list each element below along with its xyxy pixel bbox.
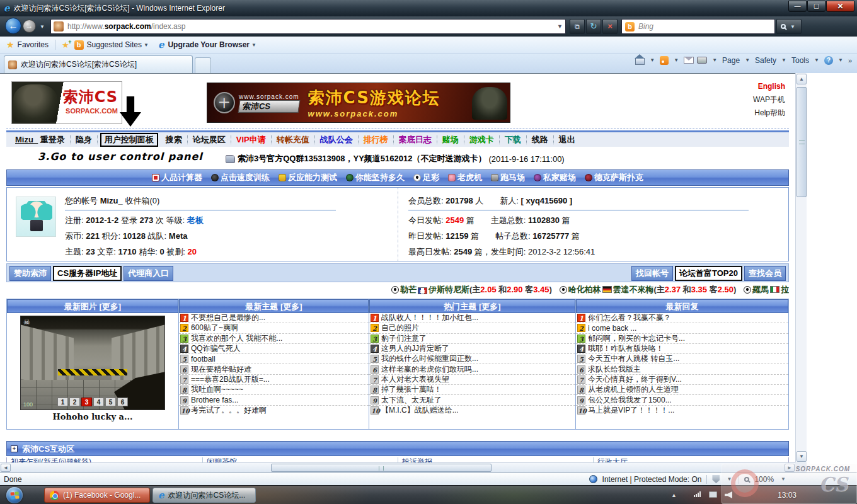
quick-link[interactable]: 你能坚持多久 [346,172,405,183]
toolbar-button[interactable]: 论坛首富TOP20 [675,266,742,281]
topic-list-item[interactable]: 郁闷啊，刚买的卡忘记卡号... [576,334,788,344]
topic-list-item[interactable]: 你们怎么看？我赢不赢？ [576,313,788,323]
pager-button[interactable]: 5 [105,398,116,406]
topic-list-item[interactable]: 哦耶！咋队有版块咯！ [576,344,788,354]
tray-expand-icon[interactable]: ▲ [671,492,677,498]
topic-list-item[interactable]: 【M.I.C】战队赠送给... [369,406,575,416]
quick-link[interactable]: 足彩 [413,172,439,183]
topic-list-item[interactable]: football [179,354,369,364]
safety-menu[interactable]: Safety [755,56,776,65]
column-header[interactable]: 最新主题 [更多] [179,299,369,313]
network-signal-icon[interactable] [694,491,701,497]
topic-list-item[interactable]: 我喜欢的那个人 我能不能... [179,334,369,344]
topic-list-item[interactable]: 本人对老大表视失望 [369,375,575,385]
nav-search[interactable]: 搜索 [161,135,188,144]
overflow-chevron-icon[interactable]: » [848,57,852,64]
help-icon[interactable]: ? [824,56,833,65]
protection-icon[interactable] [712,475,720,483]
pager-button[interactable]: 4 [93,398,104,406]
search-dropdown-icon[interactable]: ▼ [790,24,795,30]
address-dropdown-icon[interactable]: ▼ [557,23,563,30]
topic-list-item[interactable]: 包公又给我我发了1500... [576,395,788,405]
nav-forum-zone[interactable]: 论坛展区 [188,135,231,144]
rss-icon[interactable] [660,56,669,65]
pager-button[interactable]: 3 [81,398,92,406]
user-avatar[interactable] [16,197,56,237]
upgrade-dropdown[interactable]: ▼ [251,42,256,48]
inbox-link[interactable]: 收件箱(0) [125,196,159,205]
toolbar-button[interactable]: 代理商入口 [124,266,173,281]
horizontal-scrollbar[interactable]: ◄ ► [0,462,795,472]
scroll-down-button[interactable]: ▼ [797,451,807,462]
nav-vip[interactable]: VIP申请 [231,135,272,144]
topic-list-item[interactable]: 这男人的JJ肯定断了 [369,344,575,354]
compatibility-view-button[interactable]: ⧉ [570,19,585,34]
minimize-button[interactable]: — [788,1,807,12]
tools-menu[interactable]: Tools [791,56,809,65]
nav-casino[interactable]: 赌场 [437,135,464,144]
topic-list-item[interactable]: 战队收人！！！！加小红包... [369,313,575,323]
history-dropdown-icon[interactable]: ▼ [40,24,45,30]
nav-logs[interactable]: 案底日志 [394,135,437,144]
topic-list-item[interactable]: Brothere fas... [179,395,369,405]
home-icon[interactable] [635,58,645,65]
newest-member[interactable]: [ xyq415690 ] [521,196,573,205]
topic-list-item[interactable]: 豹子们注意了 [369,334,575,344]
back-button[interactable]: ← [5,18,21,34]
nav-gamecard[interactable]: 游戏卡 [464,135,500,144]
refresh-button[interactable]: ↻ [586,19,601,34]
start-button[interactable] [6,487,23,503]
board-link[interactable]: 行政大厅 [593,457,788,462]
stop-button[interactable]: × [602,19,618,34]
section-bar[interactable]: + 索沛CS互动区 [6,441,789,456]
horizontal-scroll-thumb[interactable] [271,464,492,472]
corner-link[interactable]: WAP手机 [753,93,785,106]
add-favorite-icon[interactable]: ★ [62,40,69,50]
search-button[interactable]: ▼ [776,19,802,34]
topic-list-item[interactable]: QQ诈骗气死人 [179,344,369,354]
upgrade-browser-label[interactable]: Upgrade Your Browser [168,40,250,49]
maximize-button[interactable]: ▢ [807,1,825,12]
site-logo[interactable]: 索沛CS SORPACK.COM [11,81,122,124]
suggested-sites-label[interactable]: Suggested Sites [87,40,142,49]
topic-list-item[interactable]: ===恭喜2B战队开版=... [179,375,369,385]
topic-list-item[interactable]: 自己的照片 [369,323,575,333]
announcement[interactable]: 索沛3号官方QQ群135313908，YY频道5162012（不定时送游戏卡） … [226,153,565,164]
quick-link[interactable]: 点击速度训练 [211,172,270,183]
address-bar[interactable]: http://www.sorpack.com/index.asp ▼ [50,19,566,34]
nav-download[interactable]: 下载 [500,135,527,144]
toolbar-button[interactable]: CS服务器IP地址 [53,266,122,281]
topic-list-item[interactable]: 太下流、太无耻了 [369,395,575,405]
pager-button[interactable]: 6 [117,398,128,406]
topic-list-item[interactable]: 从老虎机上领悟的人生道理 [576,385,788,395]
search-box[interactable]: b Bing [621,19,775,34]
network-icon[interactable] [709,491,717,498]
nav-lines[interactable]: 线路 [527,135,554,144]
nav-ranking[interactable]: 排行榜 [359,135,394,144]
pager-button[interactable]: 1 [57,398,68,406]
topic-list-item[interactable]: 600贴了~爽啊 [179,323,369,333]
topic-list-item[interactable]: 不要想自己是最惨的... [179,313,369,323]
favorites-star-icon[interactable]: ★ [6,40,14,50]
topic-list-item[interactable]: 考完试了。。。好难啊 [179,406,369,416]
volume-icon[interactable] [725,491,732,498]
topic-list-item[interactable]: 我吐血啊~~~~~ [179,385,369,395]
topic-list-item[interactable]: 今天心情真好，终于得到V... [576,375,788,385]
topic-list-item[interactable]: 马上就是VIP了！！！！... [576,406,788,416]
page-menu[interactable]: Page [722,56,740,65]
nav-invisible[interactable]: 隐身 [71,135,98,144]
taskbar-chrome-window[interactable]: (1) Facebook - Googl... [44,488,150,503]
zoom-dropdown[interactable]: ▼ [781,476,786,482]
topic-list-item[interactable]: 掉了幾張十萬咭！ [369,385,575,395]
column-header[interactable]: 热门主题 [更多] [369,299,575,313]
nav-logout[interactable]: 退出 [554,135,580,144]
zoom-level[interactable]: 100% [754,475,774,484]
topic-list-item[interactable]: 今天五中有人跳楼 转自玉... [576,354,788,364]
topic-list-item[interactable]: 这样老赢的老虎你们敢玩吗... [369,364,575,374]
topic-list-item[interactable]: i come back ... [576,323,788,333]
nav-user-control-panel[interactable]: 用户控制面板 [100,133,158,147]
cs-screenshot[interactable]: ☠ 100 123456 [20,316,165,410]
topic-list-item[interactable]: 我的钱什么时候能重回正数... [369,354,575,364]
taskbar-clock[interactable]: 13:03 [778,491,797,500]
active-tab[interactable]: 欢迎访问索沛CS论坛[索沛CS论坛] [4,55,193,73]
